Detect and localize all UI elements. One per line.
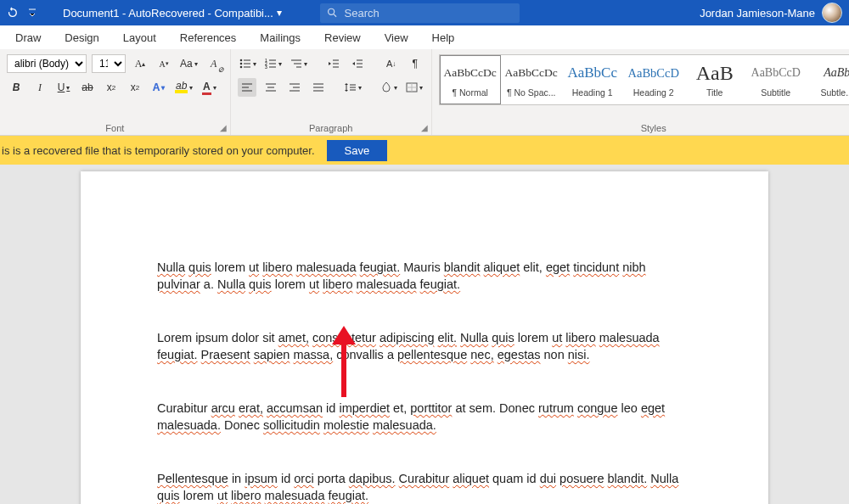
recovery-bar: is is a recovered file that is temporari…: [0, 136, 849, 165]
subscript-icon[interactable]: x2: [102, 78, 121, 97]
style-tile[interactable]: AaBbCcDHeading 2: [623, 55, 684, 104]
clear-formatting-icon[interactable]: A⊘: [205, 54, 223, 73]
style-name: Subtitle: [761, 87, 790, 98]
group-label-font: Font: [7, 120, 223, 133]
search-icon: [327, 7, 338, 19]
show-marks-icon[interactable]: ¶: [406, 54, 424, 73]
group-label-styles: Styles: [439, 120, 849, 133]
user-name: Jordan Jamieson-Mane: [700, 7, 815, 20]
font-dialog-launcher-icon[interactable]: ◢: [220, 123, 227, 132]
document-title: Document1 - AutoRecovered - Compatibi...: [63, 7, 273, 20]
justify-icon[interactable]: [309, 78, 328, 97]
shrink-font-icon[interactable]: A▾: [155, 54, 173, 73]
multilevel-list-icon[interactable]: [289, 54, 309, 73]
group-paragraph: 123 A↓ ¶ Paragraph ◢: [231, 49, 432, 135]
svg-point-6: [239, 66, 242, 69]
group-font: alibri (Body) 11 A▴ A▾ Aa A⊘ B I U ab x2…: [0, 49, 231, 135]
align-center-icon[interactable]: [261, 78, 280, 97]
document-page[interactable]: Nulla quis lorem ut libero malesuada feu…: [81, 171, 768, 504]
back-icon[interactable]: [0, 0, 25, 25]
qat-dropdown-icon[interactable]: [25, 0, 39, 25]
save-button[interactable]: Save: [327, 140, 388, 161]
paragraph[interactable]: Lorem ipsum dolor sit amet, consectetur …: [157, 330, 692, 363]
tab-design[interactable]: Design: [53, 25, 110, 49]
style-name: Title: [706, 87, 722, 98]
bullets-icon[interactable]: [238, 54, 258, 73]
svg-line-1: [334, 14, 336, 17]
ribbon: alibri (Body) 11 A▴ A▾ Aa A⊘ B I U ab x2…: [0, 49, 849, 136]
group-styles: AaBbCcDc¶ NormalAaBbCcDc¶ No Spac...AaBb…: [432, 49, 849, 135]
line-spacing-icon[interactable]: [343, 78, 363, 97]
style-name: ¶ No Spac...: [507, 87, 556, 98]
tab-draw[interactable]: Draw: [3, 25, 53, 49]
title-dropdown-icon[interactable]: ▾: [277, 7, 282, 19]
tab-help[interactable]: Help: [420, 25, 467, 49]
style-name: Heading 2: [633, 87, 674, 98]
shading-icon[interactable]: [379, 78, 399, 97]
style-name: Subtle...: [820, 87, 849, 98]
tab-review[interactable]: Review: [312, 25, 373, 49]
italic-icon[interactable]: I: [31, 78, 49, 97]
strikethrough-icon[interactable]: ab: [78, 78, 97, 97]
font-name-select[interactable]: alibri (Body): [7, 54, 87, 73]
tab-mailings[interactable]: Mailings: [248, 25, 312, 49]
bold-icon[interactable]: B: [7, 78, 25, 97]
style-preview: AaBbCcDc: [444, 62, 497, 84]
align-right-icon[interactable]: [285, 78, 304, 97]
paragraph[interactable]: Curabitur arcu erat, accumsan id imperdi…: [157, 400, 692, 434]
text-effects-icon[interactable]: A: [149, 78, 168, 97]
style-preview: AaBb: [824, 62, 849, 84]
svg-point-4: [239, 63, 242, 65]
style-preview: AaBbCcDc: [505, 62, 558, 84]
styles-gallery[interactable]: AaBbCcDc¶ NormalAaBbCcDc¶ No Spac...AaBb…: [439, 54, 849, 105]
search-box[interactable]: [320, 3, 520, 23]
paragraph[interactable]: Nulla quis lorem ut libero malesuada feu…: [157, 260, 692, 293]
style-preview: AaBbCcD: [751, 62, 801, 84]
font-color-icon[interactable]: A: [200, 78, 218, 97]
underline-icon[interactable]: U: [54, 78, 73, 97]
style-tile[interactable]: AaBbCcDc¶ No Spac...: [501, 55, 562, 104]
style-tile[interactable]: AaBTitle: [684, 55, 745, 104]
paragraph[interactable]: Pellentesque in ipsum id orci porta dapi…: [157, 471, 692, 504]
paragraph-dialog-launcher-icon[interactable]: ◢: [421, 123, 428, 132]
style-name: Heading 1: [572, 87, 613, 98]
user-area[interactable]: Jordan Jamieson-Mane: [700, 3, 849, 23]
style-tile[interactable]: AaBbCcHeading 1: [562, 55, 623, 104]
sort-icon[interactable]: A↓: [382, 54, 401, 73]
avatar[interactable]: [822, 3, 842, 23]
svg-point-0: [328, 8, 334, 14]
svg-point-2: [239, 59, 242, 62]
style-name: ¶ Normal: [452, 87, 487, 98]
superscript-icon[interactable]: x2: [126, 78, 144, 97]
style-tile[interactable]: AaBbSubtle...: [807, 55, 849, 104]
style-tile[interactable]: AaBbCcDSubtitle: [745, 55, 807, 104]
recovery-message: is is a recovered file that is temporari…: [2, 144, 315, 157]
search-input[interactable]: [345, 7, 513, 20]
tab-layout[interactable]: Layout: [111, 25, 168, 49]
style-preview: AaB: [696, 62, 734, 84]
svg-text:3: 3: [265, 64, 267, 69]
grow-font-icon[interactable]: A▴: [131, 54, 149, 73]
change-case-icon[interactable]: Aa: [178, 54, 200, 73]
style-tile[interactable]: AaBbCcDc¶ Normal: [440, 55, 501, 104]
numbering-icon[interactable]: 123: [263, 54, 284, 73]
highlight-icon[interactable]: ab: [173, 78, 194, 97]
document-canvas[interactable]: Nulla quis lorem ut libero malesuada feu…: [0, 165, 849, 504]
increase-indent-icon[interactable]: [348, 54, 367, 73]
titlebar: Document1 - AutoRecovered - Compatibi...…: [0, 0, 849, 25]
group-label-paragraph: Paragraph: [238, 120, 424, 133]
borders-icon[interactable]: [404, 78, 424, 97]
style-preview: AaBbCcD: [627, 62, 678, 84]
align-left-icon[interactable]: [238, 78, 256, 97]
decrease-indent-icon[interactable]: [324, 54, 343, 73]
style-preview: AaBbCc: [567, 62, 617, 84]
tab-view[interactable]: View: [373, 25, 420, 49]
tab-references[interactable]: References: [168, 25, 248, 49]
ribbon-tabs: DrawDesignLayoutReferencesMailingsReview…: [0, 25, 849, 49]
font-size-select[interactable]: 11: [92, 54, 126, 73]
